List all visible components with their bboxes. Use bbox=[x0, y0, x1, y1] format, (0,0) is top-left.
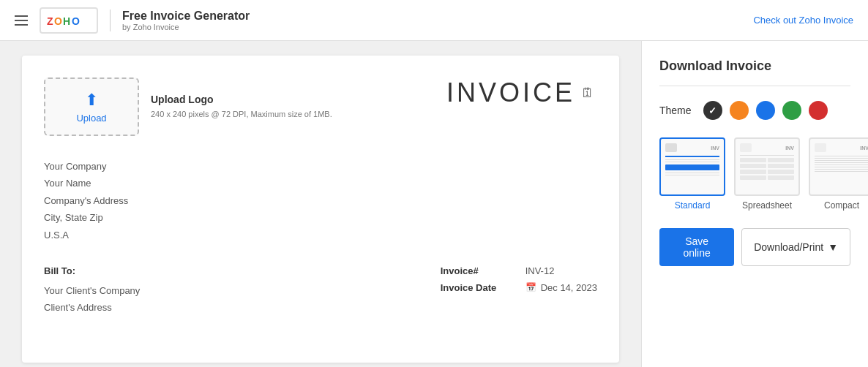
invoice-number-label: Invoice# bbox=[441, 265, 514, 276]
theme-label: Theme bbox=[659, 105, 692, 116]
tpl-block-blue bbox=[665, 164, 719, 170]
bill-right: Invoice# INV-12 Invoice Date 📅 Dec 14, 2… bbox=[441, 265, 597, 317]
main-layout: ⬆ Upload Upload Logo 240 x 240 pixels @ … bbox=[0, 41, 868, 367]
company-name: Your Company bbox=[44, 158, 597, 175]
tpl-line-blue bbox=[665, 156, 719, 157]
calendar-icon: 📅 bbox=[525, 282, 536, 292]
country: U.S.A bbox=[44, 227, 597, 243]
invoice-header-row: ⬆ Upload Upload Logo 240 x 240 pixels @ … bbox=[44, 77, 597, 136]
zoho-logo-container: Z O H O bbox=[40, 7, 98, 34]
color-swatch-blue[interactable] bbox=[756, 101, 775, 120]
svg-text:Z: Z bbox=[47, 15, 53, 27]
template-compact[interactable]: INV Compact bbox=[809, 137, 868, 211]
svg-text:O: O bbox=[54, 15, 62, 27]
your-name: Your Name bbox=[44, 175, 597, 192]
invoice-number-row: Invoice# INV-12 bbox=[441, 265, 597, 276]
city-state-zip: City, State Zip bbox=[44, 209, 597, 226]
download-print-button[interactable]: Download/Print ▼ bbox=[741, 228, 850, 266]
company-address: Company's Address bbox=[44, 192, 597, 209]
app-title: Free Invoice Generator bbox=[122, 10, 250, 23]
panel-divider bbox=[659, 86, 850, 86]
invoice-date-value: 📅 Dec 14, 2023 bbox=[525, 282, 597, 293]
template-spreadsheet[interactable]: INV Spreadsheet bbox=[734, 137, 800, 211]
upload-logo-box[interactable]: ⬆ Upload bbox=[44, 77, 139, 136]
svg-text:H: H bbox=[63, 15, 70, 27]
template-spreadsheet-preview: INV bbox=[734, 137, 800, 196]
tpl-logo bbox=[665, 143, 677, 152]
template-standard[interactable]: INV Standard bbox=[659, 137, 725, 211]
color-swatch-green[interactable] bbox=[782, 101, 801, 120]
templates-row: INV Standard INV bbox=[659, 137, 850, 211]
template-spreadsheet-label: Spreadsheet bbox=[742, 200, 792, 211]
app-subtitle: by Zoho Invoice bbox=[122, 23, 250, 31]
app-title-section: Free Invoice Generator by Zoho Invoice bbox=[110, 10, 250, 31]
theme-row: Theme bbox=[659, 101, 850, 120]
app-header: Z O H O Free Invoice Generator by Zoho I… bbox=[0, 0, 868, 41]
svg-text:O: O bbox=[72, 15, 80, 27]
template-compact-preview: INV bbox=[809, 137, 868, 196]
invoice-date-row: Invoice Date 📅 Dec 14, 2023 bbox=[441, 282, 597, 293]
upload-section: ⬆ Upload Upload Logo 240 x 240 pixels @ … bbox=[44, 77, 332, 136]
tpl-logo-ss bbox=[740, 143, 752, 152]
color-swatches bbox=[703, 101, 828, 120]
company-info: Your Company Your Name Company's Address… bbox=[44, 158, 597, 243]
invoice-area: ⬆ Upload Upload Logo 240 x 240 pixels @ … bbox=[0, 41, 641, 367]
invoice-card: ⬆ Upload Upload Logo 240 x 240 pixels @ … bbox=[22, 56, 619, 363]
hamburger-menu[interactable] bbox=[15, 15, 28, 26]
cta-link[interactable]: Check out Zoho Invoice bbox=[753, 15, 853, 26]
color-swatch-black[interactable] bbox=[703, 101, 722, 120]
upload-icon: ⬆ bbox=[85, 91, 98, 110]
upload-hint: 240 x 240 pixels @ 72 DPI, Maximum size … bbox=[151, 108, 332, 121]
color-swatch-orange[interactable] bbox=[730, 101, 749, 120]
template-compact-label: Compact bbox=[824, 200, 859, 211]
invoice-date-label: Invoice Date bbox=[441, 282, 514, 293]
color-swatch-red[interactable] bbox=[809, 101, 828, 120]
upload-title: Upload Logo bbox=[151, 94, 332, 105]
zoho-logo: Z O H O bbox=[40, 7, 98, 34]
save-online-button[interactable]: Save online bbox=[659, 228, 734, 266]
dropdown-arrow-icon: ▼ bbox=[828, 241, 838, 253]
bill-to-label: Bill To: bbox=[44, 265, 140, 276]
upload-button-label: Upload bbox=[76, 113, 106, 124]
panel-title: Download Invoice bbox=[659, 58, 850, 74]
bill-left: Bill To: Your Client's Company Client's … bbox=[44, 265, 140, 317]
client-address: Client's Address bbox=[44, 299, 140, 316]
invoice-number-value: INV-12 bbox=[525, 265, 555, 276]
zoho-logo-svg: Z O H O bbox=[47, 12, 91, 29]
invoice-title-icon: 🗓 bbox=[581, 86, 597, 101]
tpl-logo-compact bbox=[815, 143, 826, 152]
template-standard-preview: INV bbox=[659, 137, 725, 196]
bill-section: Bill To: Your Client's Company Client's … bbox=[44, 265, 597, 317]
right-panel: Download Invoice Theme INV bbox=[641, 41, 868, 367]
upload-info: Upload Logo 240 x 240 pixels @ 72 DPI, M… bbox=[151, 94, 332, 121]
client-company: Your Client's Company bbox=[44, 282, 140, 299]
template-standard-label: Standard bbox=[675, 200, 711, 211]
actions-row: Save online Download/Print ▼ bbox=[659, 228, 850, 266]
invoice-title: INVOICE 🗓 bbox=[446, 77, 597, 108]
